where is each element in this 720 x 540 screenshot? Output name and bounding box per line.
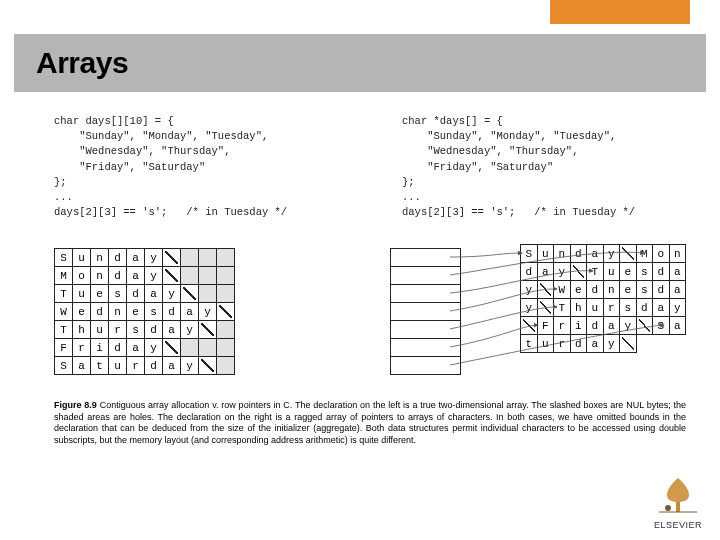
strip-cell: r — [554, 317, 571, 335]
grid-cell: a — [127, 249, 145, 267]
pointer-table — [390, 248, 461, 375]
grid-cell: e — [73, 303, 91, 321]
code-left: char days[][10] = { "Sunday", "Monday", … — [54, 114, 338, 221]
grid-cell: n — [91, 267, 109, 285]
grid-cell: T — [55, 321, 73, 339]
grid-cell: u — [73, 249, 91, 267]
grid-cell: a — [127, 339, 145, 357]
grid-cell: S — [55, 249, 73, 267]
grid-cell: n — [91, 249, 109, 267]
grid-cell — [199, 249, 217, 267]
grid-cell — [163, 249, 181, 267]
strip-cell: a — [587, 335, 604, 353]
strip-cell: d — [587, 281, 604, 299]
strip-cell: e — [620, 281, 637, 299]
grid-cell: a — [181, 303, 199, 321]
grid-cell: d — [109, 249, 127, 267]
grid-cell: r — [127, 357, 145, 375]
grid-cell — [199, 339, 217, 357]
strip-cell — [537, 281, 554, 299]
code-columns: char days[][10] = { "Sunday", "Monday", … — [54, 114, 686, 221]
strip-cell: d — [653, 281, 670, 299]
grid-cell: u — [109, 357, 127, 375]
publisher-name: ELSEVIER — [654, 520, 702, 530]
grid-cell: o — [73, 267, 91, 285]
grid-cell — [181, 339, 199, 357]
strip-cell: y — [521, 281, 538, 299]
strip-cell — [636, 335, 653, 353]
grid-cell: F — [55, 339, 73, 357]
grid-cell: r — [73, 339, 91, 357]
strip-cell: y — [603, 335, 620, 353]
strip-cell: s — [636, 281, 653, 299]
grid-cell: u — [91, 321, 109, 339]
strip-cell: T — [587, 263, 604, 281]
strip-cell — [636, 317, 653, 335]
grid-cell: d — [163, 303, 181, 321]
strip-cell: i — [570, 317, 587, 335]
grid-cell: y — [163, 285, 181, 303]
strip-cell: u — [537, 245, 554, 263]
grid-cell: W — [55, 303, 73, 321]
strip-cell: r — [554, 335, 571, 353]
figure-text: Contiguous array allocation v. row point… — [54, 400, 686, 445]
strip-cell: S — [521, 245, 538, 263]
ragged-strip: SundayMondayTuesdayWednesdayThursdayFrid… — [520, 244, 686, 353]
strip-cell: M — [636, 245, 653, 263]
grid-cell — [181, 249, 199, 267]
grid-cell: t — [91, 357, 109, 375]
strip-cell: u — [537, 335, 554, 353]
grid-cell — [217, 339, 235, 357]
strip-cell: e — [620, 263, 637, 281]
strip-cell: y — [669, 299, 686, 317]
grid-cell — [217, 321, 235, 339]
diagram-contiguous: SundayMondayTuesdayWednesdayThursdayFrid… — [54, 248, 350, 375]
strip-cell: d — [587, 317, 604, 335]
strip-cell — [620, 335, 637, 353]
strip-cell: h — [570, 299, 587, 317]
slide-title: Arrays — [36, 46, 128, 80]
code-right: char *days[] = { "Sunday", "Monday", "Tu… — [402, 114, 686, 221]
strip-cell: a — [603, 317, 620, 335]
grid-cell: a — [127, 267, 145, 285]
strip-cell — [570, 263, 587, 281]
elsevier-tree-icon — [657, 476, 699, 514]
diagram-row: SundayMondayTuesdayWednesdayThursdayFrid… — [54, 248, 686, 375]
publisher-logo: ELSEVIER — [654, 476, 702, 530]
grid-cell: a — [145, 285, 163, 303]
strip-cell — [521, 317, 538, 335]
grid-cell: T — [55, 285, 73, 303]
grid-cell: d — [109, 267, 127, 285]
strip-cell: s — [620, 299, 637, 317]
grid-cell: s — [145, 303, 163, 321]
grid-cell — [181, 285, 199, 303]
grid-cell — [217, 285, 235, 303]
strip-cell: W — [554, 281, 571, 299]
grid-cell: y — [145, 339, 163, 357]
grid-cell: y — [181, 321, 199, 339]
diagram-ragged: SundayMondayTuesdayWednesdayThursdayFrid… — [390, 248, 686, 375]
accent-bar — [0, 0, 720, 34]
grid-cell — [163, 267, 181, 285]
strip-cell: F — [537, 317, 554, 335]
grid-cell — [199, 285, 217, 303]
strip-cell: s — [636, 263, 653, 281]
grid-cell: d — [109, 339, 127, 357]
grid-cell: y — [199, 303, 217, 321]
strip-cell: t — [521, 335, 538, 353]
grid-cell: s — [109, 285, 127, 303]
title-band: Arrays — [14, 34, 706, 92]
grid-cell: S — [55, 357, 73, 375]
contiguous-grid: SundayMondayTuesdayWednesdayThursdayFrid… — [54, 248, 235, 375]
grid-cell: r — [109, 321, 127, 339]
grid-cell: u — [73, 285, 91, 303]
strip-cell: a — [669, 317, 686, 335]
grid-cell: h — [73, 321, 91, 339]
grid-cell: i — [91, 339, 109, 357]
grid-cell — [217, 267, 235, 285]
grid-cell: y — [145, 267, 163, 285]
pointer-cell — [391, 303, 461, 321]
grid-cell — [217, 303, 235, 321]
ragged-strip-wrap: SundayMondayTuesdayWednesdayThursdayFrid… — [520, 244, 686, 353]
grid-cell: s — [127, 321, 145, 339]
